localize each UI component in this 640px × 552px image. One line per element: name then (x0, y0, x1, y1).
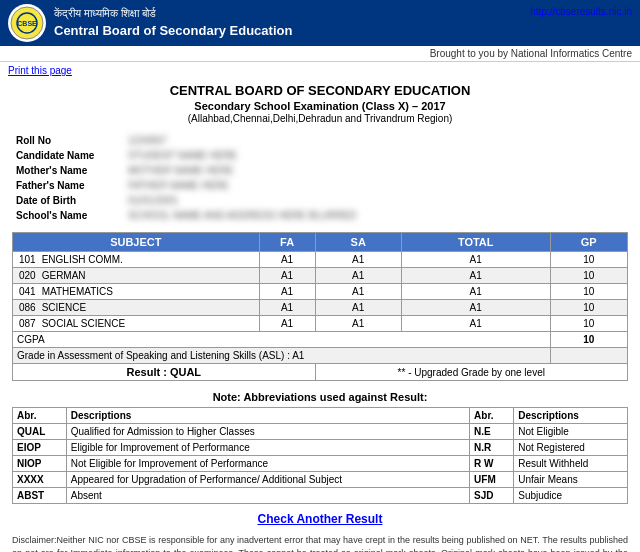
subject-row: 087SOCIAL SCIENCE A1 A1 A1 10 (13, 316, 628, 332)
subject-row: 020GERMAN A1 A1 A1 10 (13, 268, 628, 284)
site-url-link[interactable]: http://cbseresults.nic.in (530, 6, 632, 17)
dob-row: Date of Birth 01/01/2001 (14, 194, 626, 207)
subject-row: 086SCIENCE A1 A1 A1 10 (13, 300, 628, 316)
col-fa: FA (259, 233, 315, 252)
abbr-data-row: EIOP Eligible for Improvement of Perform… (13, 440, 628, 456)
subject-row: 041MATHEMATICS A1 A1 A1 10 (13, 284, 628, 300)
disclaimer-text: Disclaimer:Neither NIC nor CBSE is respo… (12, 534, 628, 552)
abbr-right-col2: Descriptions (514, 408, 628, 424)
col-sa: SA (315, 233, 401, 252)
main-content: CENTRAL BOARD OF SECONDARY EDUCATION Sec… (0, 79, 640, 552)
cbse-logo: CBSE (8, 4, 46, 42)
father-name-row: Father's Name FATHER NAME HERE (14, 179, 626, 192)
abbr-data-row: XXXX Appeared for Upgradation of Perform… (13, 472, 628, 488)
abbr-data-row: ABST Absent SJD Subjudice (13, 488, 628, 504)
nic-bar: Brought to you by National Informatics C… (0, 46, 640, 62)
abbr-title: Note: Abbreviations used against Result: (12, 391, 628, 403)
result-qual-text: Result : QUAL (13, 364, 316, 381)
roll-no-row: Roll No 1234567 (14, 134, 626, 147)
board-title: केंद्रीय माध्यमिक शिक्षा बोर्ड Central B… (54, 6, 292, 40)
abbr-data-row: QUAL Qualified for Admission to Higher C… (13, 424, 628, 440)
main-heading-line1: CENTRAL BOARD OF SECONDARY EDUCATION (12, 83, 628, 98)
print-link[interactable]: Print this page (0, 62, 640, 79)
abbreviations-section: Note: Abbreviations used against Result:… (12, 391, 628, 504)
abbr-header-row: Abr. Descriptions Abr. Descriptions (13, 408, 628, 424)
student-info-table: Roll No 1234567 Candidate Name STUDENT N… (12, 132, 628, 224)
col-gp: GP (550, 233, 627, 252)
school-name-row: School's Name SCHOOL NAME AND ADDRESS HE… (14, 209, 626, 222)
main-heading-line2: Secondary School Examination (Class X) –… (12, 100, 628, 112)
subject-row: 101ENGLISH COMM. A1 A1 A1 10 (13, 252, 628, 268)
abbr-data-row: NIOP Not Eligible for Improvement of Per… (13, 456, 628, 472)
result-qual-row: Result : QUAL ** - Upgraded Grade by one… (13, 364, 628, 381)
check-another-result-link[interactable]: Check Another Result (12, 512, 628, 526)
main-heading-line3: (Allahbad,Chennai,Delhi,Dehradun and Tri… (12, 113, 628, 124)
upgraded-text: ** - Upgraded Grade by one level (315, 364, 627, 381)
abbr-left-col1: Abr. (13, 408, 67, 424)
col-subject: SUBJECT (13, 233, 260, 252)
cgpa-row: CGPA 10 (13, 332, 628, 348)
asl-row: Grade in Assessment of Speaking and List… (13, 348, 628, 364)
mother-name-row: Mother's Name MOTHER NAME HERE (14, 164, 626, 177)
abbr-table: Abr. Descriptions Abr. Descriptions QUAL… (12, 407, 628, 504)
result-table: SUBJECT FA SA TOTAL GP 101ENGLISH COMM. … (12, 232, 628, 381)
svg-text:CBSE: CBSE (17, 20, 37, 27)
result-table-header: SUBJECT FA SA TOTAL GP (13, 233, 628, 252)
asl-empty (550, 348, 627, 364)
abbr-left-col2: Descriptions (66, 408, 469, 424)
candidate-name-row: Candidate Name STUDENT NAME HERE (14, 149, 626, 162)
asl-text: Grade in Assessment of Speaking and List… (13, 348, 551, 364)
abbr-right-col1: Abr. (470, 408, 514, 424)
col-total: TOTAL (401, 233, 550, 252)
